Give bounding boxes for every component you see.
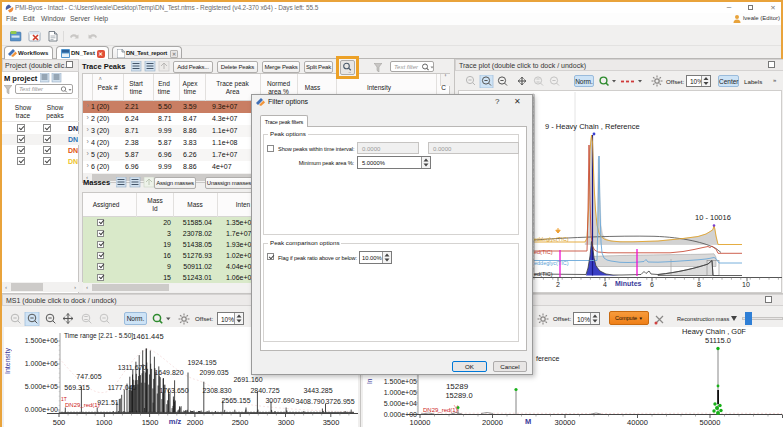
svg-text:eddeglyc(TIC): eddeglyc(TIC) bbox=[534, 260, 569, 266]
svg-text:921.51: 921.51 bbox=[97, 399, 119, 406]
svg-text:1461.445: 1461.445 bbox=[132, 332, 163, 341]
svg-text:DN29_red(1): DN29_red(1) bbox=[423, 407, 458, 413]
svg-text:15289: 15289 bbox=[446, 382, 469, 391]
svg-text:3726.955: 3726.955 bbox=[325, 398, 354, 405]
svg-text:Heavy Chain , G0F: Heavy Chain , G0F bbox=[682, 327, 746, 336]
svg-text:2: 2 bbox=[556, 281, 560, 288]
svg-text:eddeglyc(TIC): eddeglyc(TIC) bbox=[534, 236, 569, 242]
svg-text:10: 10 bbox=[742, 281, 750, 288]
svg-text:ference: ference bbox=[536, 355, 559, 362]
svg-text:8: 8 bbox=[697, 281, 701, 288]
svg-text:1649.820: 1649.820 bbox=[154, 369, 183, 376]
svg-text:500: 500 bbox=[53, 418, 66, 427]
svg-text:1000: 1000 bbox=[96, 418, 113, 427]
svg-text:2565.155: 2565.155 bbox=[221, 397, 250, 404]
svg-text:ed(TIC): ed(TIC) bbox=[534, 271, 553, 277]
svg-text:2500: 2500 bbox=[232, 418, 249, 427]
svg-text:2000: 2000 bbox=[187, 418, 204, 427]
svg-text:3007.690: 3007.690 bbox=[265, 397, 294, 404]
svg-text:2099.035: 2099.035 bbox=[199, 369, 228, 376]
svg-text:10000: 10000 bbox=[410, 418, 431, 427]
svg-text:..: .. bbox=[349, 69, 352, 74]
svg-text:3408.790: 3408.790 bbox=[295, 398, 324, 405]
svg-text:3500: 3500 bbox=[323, 418, 340, 427]
svg-text:1177.045: 1177.045 bbox=[108, 384, 137, 391]
svg-text:51115.0: 51115.0 bbox=[705, 336, 731, 345]
svg-text:20000: 20000 bbox=[482, 418, 503, 427]
svg-text:10 - 10016: 10 - 10016 bbox=[695, 213, 731, 222]
svg-text:Minutes: Minutes bbox=[615, 280, 642, 287]
svg-text:1763.650: 1763.650 bbox=[159, 387, 188, 394]
svg-text:747.605: 747.605 bbox=[76, 373, 101, 380]
svg-text:30000: 30000 bbox=[555, 418, 576, 427]
svg-text:2308.830: 2308.830 bbox=[202, 387, 231, 394]
svg-text:3443.285: 3443.285 bbox=[303, 387, 332, 394]
svg-text:m/z: m/z bbox=[169, 417, 182, 426]
svg-text:15289.0: 15289.0 bbox=[445, 391, 472, 400]
svg-text:2840.725: 2840.725 bbox=[250, 387, 279, 394]
svg-text:M: M bbox=[525, 417, 531, 426]
svg-text:3000: 3000 bbox=[278, 418, 295, 427]
svg-text:50000: 50000 bbox=[700, 418, 721, 427]
svg-text:Time range [2.21 - 5.50]: Time range [2.21 - 5.50] bbox=[64, 332, 133, 340]
svg-text:2691.160: 2691.160 bbox=[233, 376, 262, 383]
svg-text:6: 6 bbox=[650, 281, 654, 288]
svg-text:1311.670: 1311.670 bbox=[118, 364, 147, 371]
svg-text:40000: 40000 bbox=[627, 418, 648, 427]
svg-text:1T: 1T bbox=[61, 396, 67, 402]
svg-text:ed(TIC): ed(TIC) bbox=[534, 249, 553, 255]
svg-text:9 - Heavy Chain , Reference: 9 - Heavy Chain , Reference bbox=[545, 122, 640, 131]
svg-text:4: 4 bbox=[603, 281, 607, 288]
svg-text:1500: 1500 bbox=[142, 418, 159, 427]
svg-text:DN29_red(1): DN29_red(1) bbox=[65, 402, 100, 408]
svg-text:1924.195: 1924.195 bbox=[187, 359, 216, 366]
svg-text:569.315: 569.315 bbox=[64, 384, 89, 391]
